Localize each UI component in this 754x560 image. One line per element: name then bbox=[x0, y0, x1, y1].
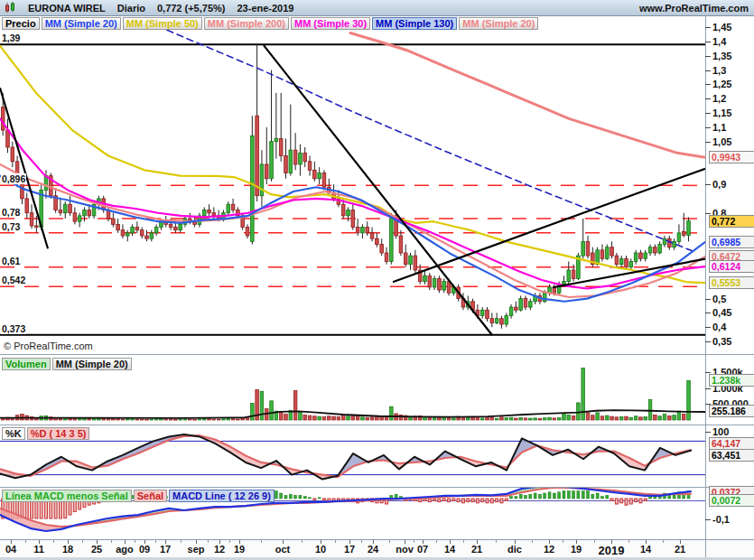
price-chart[interactable] bbox=[0, 15, 705, 354]
axis-tick-label: -0,1 bbox=[712, 514, 730, 525]
time-axis-tick bbox=[321, 540, 321, 544]
macd-legend-tab-2[interactable]: MACD Line ( 12 26 9) bbox=[169, 490, 275, 502]
time-axis-label: 11 bbox=[33, 544, 44, 555]
axis-tick-label: 1,2 bbox=[712, 93, 726, 104]
price-legend-tab-3[interactable]: MM (Simple 200) bbox=[204, 17, 289, 30]
title-bar: EURONA WIREL Diario 0,772 (+5,75%) 23-en… bbox=[0, 0, 754, 16]
time-axis-tick bbox=[144, 540, 145, 544]
axis-value-box: 0,6985 bbox=[709, 236, 754, 248]
price-level-label: 0,61 bbox=[1, 256, 21, 266]
axis-tick bbox=[705, 184, 711, 185]
time-axis-label: 24 bbox=[368, 544, 378, 555]
time-axis-tick bbox=[450, 540, 451, 544]
time-axis-label: 07 bbox=[417, 544, 428, 555]
time-axis-tick bbox=[135, 540, 135, 543]
time-axis-tick bbox=[532, 540, 533, 543]
time-axis-tick bbox=[414, 540, 414, 543]
axis-tick bbox=[705, 56, 711, 57]
macd-legend-tab-1[interactable]: Señal bbox=[134, 490, 167, 502]
time-axis-tick bbox=[111, 540, 112, 543]
axis-divider bbox=[705, 15, 706, 557]
time-axis-tick bbox=[97, 540, 98, 544]
axis-value-box: 255.186 bbox=[709, 405, 754, 417]
axis-tick bbox=[705, 27, 711, 28]
website-watermark: www.ProRealTime.com bbox=[639, 3, 749, 14]
time-axis-tick bbox=[477, 540, 478, 544]
time-axis-tick bbox=[576, 540, 577, 544]
axis-tick bbox=[705, 127, 711, 128]
axis-tick-label: 1,1 bbox=[712, 122, 726, 133]
axis-tick bbox=[705, 98, 711, 99]
panel-separator bbox=[0, 425, 754, 425]
time-axis-tick bbox=[125, 540, 126, 544]
volume-legend-tab-1[interactable]: MM (Simple 20) bbox=[52, 358, 132, 370]
time-axis-tick bbox=[628, 540, 629, 543]
macd-legend-tab-0[interactable]: Línea MACD menos Señal bbox=[2, 490, 132, 502]
time-axis-tick bbox=[549, 540, 550, 544]
axis-tick bbox=[705, 432, 711, 433]
axis-tick bbox=[705, 142, 711, 143]
axis-tick bbox=[705, 42, 711, 42]
stoch-legend-tab-1[interactable]: %D ( 14 3 5) bbox=[27, 427, 90, 440]
axis-tick-label: 0,5 bbox=[712, 294, 726, 304]
axis-tick bbox=[705, 299, 711, 300]
time-axis-tick bbox=[239, 540, 240, 544]
time-axis-tick bbox=[302, 540, 303, 543]
time-axis-tick bbox=[68, 540, 69, 544]
axis-tick-label: 1,3 bbox=[712, 65, 726, 76]
stoch-legend-tab-0[interactable]: %K bbox=[2, 427, 25, 440]
time-axis-tick bbox=[39, 540, 40, 544]
panel-separator bbox=[0, 487, 754, 488]
axis-tick-label: 1,35 bbox=[712, 51, 731, 61]
time-axis-tick bbox=[373, 540, 374, 544]
price-level-label: 0,73 bbox=[1, 221, 21, 232]
time-axis-tick bbox=[208, 540, 209, 543]
axis-tick bbox=[705, 341, 711, 342]
time-axis-label: 21 bbox=[471, 544, 482, 555]
price-legend-tab-6[interactable]: MM (Simple 20) bbox=[459, 17, 538, 30]
axis-tick bbox=[705, 519, 711, 520]
time-axis-tick bbox=[25, 540, 26, 543]
stochastic-chart[interactable] bbox=[0, 425, 705, 487]
price-legend-tab-5[interactable]: MM (Simple 130) bbox=[372, 17, 457, 30]
symbol-name: EURONA WIREL bbox=[28, 3, 106, 14]
price-legend-tab-4[interactable]: MM (Simple 30) bbox=[291, 17, 370, 30]
time-axis-label: 12 bbox=[544, 544, 554, 555]
copyright-watermark: © ProRealTime.com bbox=[4, 341, 93, 351]
price-legend-tab-2[interactable]: MM (Simple 50) bbox=[123, 17, 202, 30]
axis-value-box: 64,147 bbox=[709, 437, 754, 450]
time-axis-tick bbox=[423, 540, 424, 544]
axis-tick-label: 0,9 bbox=[712, 179, 726, 190]
axis-tick-label: 0,45 bbox=[712, 307, 731, 318]
time-axis-label: 2019 bbox=[599, 544, 625, 557]
time-axis-tick bbox=[563, 540, 563, 543]
stochastic-legend-tabs: %K%D ( 14 3 5) bbox=[2, 427, 91, 440]
price-legend-tab-0[interactable]: Precio bbox=[2, 17, 40, 30]
axis-value-box: 63,451 bbox=[709, 449, 754, 462]
axis-value-box: 0,9943 bbox=[709, 151, 754, 163]
time-axis-label: 25 bbox=[91, 544, 102, 555]
axis-tick bbox=[705, 388, 711, 389]
axis-tick bbox=[705, 113, 711, 114]
time-axis-tick bbox=[335, 540, 336, 543]
price-level-label: 0,896 bbox=[1, 173, 26, 184]
volume-legend-tab-0[interactable]: Volumen bbox=[2, 358, 51, 370]
time-axis-tick bbox=[463, 540, 464, 543]
time-axis-tick bbox=[82, 540, 83, 543]
axis-tick-label: 0,35 bbox=[712, 336, 731, 347]
time-axis-tick bbox=[680, 540, 681, 544]
time-axis-tick bbox=[229, 540, 230, 543]
axis-tick-label: 1,15 bbox=[712, 107, 731, 118]
time-axis-label: 21 bbox=[675, 544, 685, 555]
time-axis-label: 12 bbox=[214, 544, 225, 555]
axis-tick-label: 100 bbox=[712, 426, 729, 437]
time-axis-tick bbox=[219, 540, 220, 544]
axis-tick bbox=[705, 70, 711, 71]
price-legend-tab-1[interactable]: MM (Simple 20) bbox=[42, 17, 121, 30]
price-level-label: 0,78 bbox=[1, 207, 21, 218]
axis-tick bbox=[705, 372, 711, 373]
time-axis-label: ago bbox=[116, 544, 134, 555]
time-axis-tick bbox=[11, 540, 12, 544]
session-date: 23-ene-2019 bbox=[237, 3, 293, 14]
time-axis-tick bbox=[611, 540, 612, 544]
